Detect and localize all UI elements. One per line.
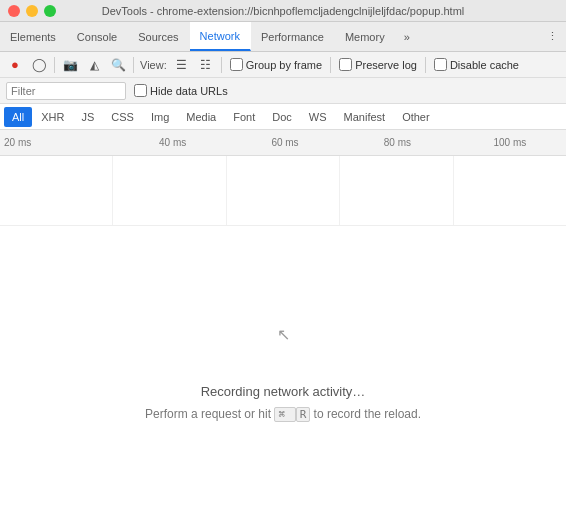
view-label: View: [140, 59, 167, 71]
minimize-button[interactable] [26, 5, 38, 17]
type-tab-all[interactable]: All [4, 107, 32, 127]
record-icon: ● [11, 57, 19, 72]
tab-memory[interactable]: Memory [335, 22, 396, 51]
toolbar-divider-2 [133, 57, 134, 73]
timeline-col-5 [454, 156, 566, 225]
hint-suffix-text: to record the reload. [314, 407, 421, 421]
tab-sources-label: Sources [138, 31, 178, 43]
empty-state: ↖ Recording network activity… Perform a … [0, 226, 566, 520]
timeline-col-1 [0, 156, 113, 225]
type-tab-doc[interactable]: Doc [264, 107, 300, 127]
timeline-grid [0, 156, 566, 226]
toolbar-divider-5 [425, 57, 426, 73]
record-button[interactable]: ● [4, 54, 26, 76]
window-title: DevTools - chrome-extension://bicnhpofle… [102, 5, 465, 17]
devtools-tab-bar: Elements Console Sources Network Perform… [0, 22, 566, 52]
tab-console[interactable]: Console [67, 22, 128, 51]
timeline-labels: 20 ms 40 ms 60 ms 80 ms 100 ms [0, 137, 566, 148]
type-tab-img[interactable]: Img [143, 107, 177, 127]
preserve-log-text: Preserve log [355, 59, 417, 71]
filter-button[interactable]: ◭ [83, 54, 105, 76]
tab-sources[interactable]: Sources [128, 22, 189, 51]
toolbar-divider-4 [330, 57, 331, 73]
type-tab-manifest[interactable]: Manifest [336, 107, 394, 127]
kebab-icon: ⋮ [547, 30, 558, 43]
devtools-menu-button[interactable]: ⋮ [539, 22, 566, 51]
timeline-label-40ms: 40 ms [116, 137, 228, 148]
list-icon: ☰ [176, 58, 187, 72]
tab-memory-label: Memory [345, 31, 385, 43]
disable-cache-checkbox[interactable] [434, 58, 447, 71]
type-tab-ws[interactable]: WS [301, 107, 335, 127]
timeline-label-100ms: 100 ms [454, 137, 566, 148]
tab-console-label: Console [77, 31, 117, 43]
type-tab-font[interactable]: Font [225, 107, 263, 127]
disable-cache-text: Disable cache [450, 59, 519, 71]
hide-data-urls-text: Hide data URLs [150, 85, 228, 97]
search-icon: 🔍 [111, 58, 126, 72]
group-by-frame-label[interactable]: Group by frame [230, 58, 322, 71]
type-tab-js[interactable]: JS [73, 107, 102, 127]
type-tab-css[interactable]: CSS [103, 107, 142, 127]
grid-icon: ☷ [200, 58, 211, 72]
tab-elements[interactable]: Elements [0, 22, 67, 51]
filter-icon: ◭ [90, 58, 99, 72]
filter-bar: Hide data URLs [0, 78, 566, 104]
network-toolbar: ● ◯ 📷 ◭ 🔍 View: ☰ ☷ Group by frame Prese… [0, 52, 566, 78]
group-by-frame-checkbox[interactable] [230, 58, 243, 71]
tab-elements-label: Elements [10, 31, 56, 43]
hide-data-urls-label[interactable]: Hide data URLs [134, 84, 228, 97]
type-tab-media[interactable]: Media [178, 107, 224, 127]
list-view-button[interactable]: ☰ [171, 54, 193, 76]
disable-cache-label[interactable]: Disable cache [434, 58, 519, 71]
shortcut-key: R [296, 407, 311, 422]
tab-network[interactable]: Network [190, 22, 251, 51]
timeline-col-3 [227, 156, 340, 225]
title-bar: DevTools - chrome-extension://bicnhpofle… [0, 0, 566, 22]
hide-data-urls-checkbox[interactable] [134, 84, 147, 97]
stop-button[interactable]: ◯ [28, 54, 50, 76]
preserve-log-checkbox[interactable] [339, 58, 352, 71]
more-tabs-icon: » [404, 31, 410, 43]
toolbar-divider-3 [221, 57, 222, 73]
recording-text: Recording network activity… [201, 384, 366, 399]
toolbar-divider-1 [54, 57, 55, 73]
type-tab-other[interactable]: Other [394, 107, 438, 127]
window-controls [8, 5, 56, 17]
search-button[interactable]: 🔍 [107, 54, 129, 76]
type-tab-xhr[interactable]: XHR [33, 107, 72, 127]
hint-text: Perform a request or hit ⌘ R to record t… [145, 407, 421, 421]
preserve-log-label[interactable]: Preserve log [339, 58, 417, 71]
tab-performance-label: Performance [261, 31, 324, 43]
tab-performance[interactable]: Performance [251, 22, 335, 51]
type-filter-bar: All XHR JS CSS Img Media Font Doc WS Man… [0, 104, 566, 130]
more-tabs-button[interactable]: » [396, 22, 418, 51]
timeline-col-4 [340, 156, 453, 225]
timeline-label-20ms: 20 ms [4, 137, 116, 148]
timeline-col-2 [113, 156, 226, 225]
tab-network-label: Network [200, 30, 240, 42]
maximize-button[interactable] [44, 5, 56, 17]
shortcut-symbol: ⌘ [274, 407, 295, 422]
camera-icon: 📷 [63, 58, 78, 72]
screenshot-button[interactable]: 📷 [59, 54, 81, 76]
timeline-label-60ms: 60 ms [229, 137, 341, 148]
close-button[interactable] [8, 5, 20, 17]
group-by-frame-text: Group by frame [246, 59, 322, 71]
hint-prefix: Perform a request or hit [145, 407, 271, 421]
timeline-label-80ms: 80 ms [341, 137, 453, 148]
filter-input[interactable] [6, 82, 126, 100]
grid-view-button[interactable]: ☷ [195, 54, 217, 76]
cursor-indicator: ↖ [277, 325, 290, 344]
stop-icon: ◯ [32, 57, 47, 72]
timeline-header: 20 ms 40 ms 60 ms 80 ms 100 ms [0, 130, 566, 156]
